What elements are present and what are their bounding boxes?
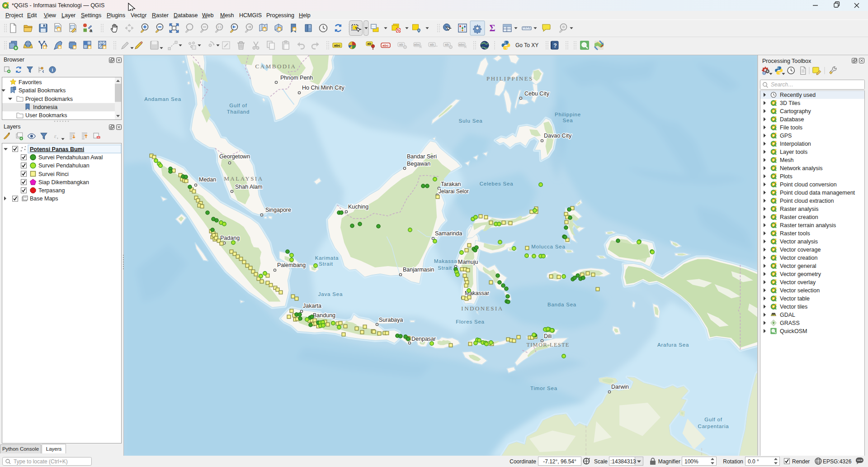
svg-text:User Bookmarks: User Bookmarks <box>25 112 67 119</box>
svg-text:ab: ab <box>445 43 449 47</box>
svg-text:a: a <box>90 28 93 33</box>
svg-text:Bandar Seri: Bandar Seri <box>407 153 437 160</box>
svg-text:Σ: Σ <box>489 23 495 33</box>
svg-text:Network analysis: Network analysis <box>780 165 822 172</box>
svg-text:Point cloud data management: Point cloud data management <box>780 190 855 196</box>
svg-text:Vector coverage: Vector coverage <box>780 247 821 253</box>
svg-text:Vector geometry: Vector geometry <box>780 271 821 277</box>
svg-text:Vector table: Vector table <box>780 295 810 302</box>
svg-text:GDAL: GDAL <box>771 314 776 316</box>
svg-text:Recently used: Recently used <box>780 92 816 98</box>
svg-text:GPS: GPS <box>780 133 792 139</box>
svg-text:3D Tiles: 3D Tiles <box>780 100 800 106</box>
svg-text:Ho Chi Minh City: Ho Chi Minh City <box>302 85 345 91</box>
svg-text:Begawan: Begawan <box>407 161 430 167</box>
svg-text:Padang: Padang <box>220 235 240 241</box>
svg-text:Processing Toolbox: Processing Toolbox <box>762 58 811 64</box>
svg-text:Davao City: Davao City <box>544 133 572 139</box>
svg-text:Celebes Sea: Celebes Sea <box>480 181 514 186</box>
svg-text:Browser: Browser <box>4 57 24 63</box>
svg-text:Point cloud extraction: Point cloud extraction <box>780 198 834 204</box>
svg-text:GDAL: GDAL <box>780 312 795 318</box>
svg-text:0.0 °: 0.0 ° <box>748 458 759 465</box>
svg-text:File tools: File tools <box>780 124 802 131</box>
svg-text:Plots: Plots <box>780 173 793 180</box>
svg-text:Scale: Scale <box>594 458 608 465</box>
svg-text:Denpasar: Denpasar <box>411 336 436 342</box>
svg-text:Andaman Sea: Andaman Sea <box>144 96 181 102</box>
svg-text:Molucca Sea: Molucca Sea <box>531 244 565 249</box>
svg-text:Raster creation: Raster creation <box>780 214 818 220</box>
svg-text:Base Maps: Base Maps <box>30 195 58 202</box>
svg-text:Palembang: Palembang <box>277 262 306 268</box>
svg-text:Interpolation: Interpolation <box>780 141 811 147</box>
svg-text:INDONESIA: INDONESIA <box>461 305 503 312</box>
svg-text:Strait: Strait <box>438 265 452 271</box>
svg-text:Indonesia: Indonesia <box>33 104 57 110</box>
svg-text:?: ? <box>553 43 557 49</box>
svg-text:Singapore: Singapore <box>265 207 291 213</box>
svg-text:-7.12°, 96.54°: -7.12°, 96.54° <box>543 458 576 465</box>
svg-text:Raster analysis: Raster analysis <box>780 206 818 212</box>
svg-text:Karimata: Karimata <box>315 255 339 261</box>
svg-text:ab: ab <box>368 42 372 46</box>
svg-text::14384313: :14384313 <box>610 458 636 465</box>
svg-text:Carpentaria: Carpentaria <box>698 424 729 429</box>
svg-text:Tarakan: Tarakan <box>441 181 461 187</box>
svg-text:Vector tiles: Vector tiles <box>780 304 807 310</box>
svg-text:Siap Dikembangkan: Siap Dikembangkan <box>38 179 89 186</box>
svg-text:Cartography: Cartography <box>780 108 811 114</box>
svg-text:Shah Alam: Shah Alam <box>235 184 262 190</box>
svg-text:Coordinate: Coordinate <box>509 458 536 465</box>
svg-text:ab: ab <box>430 43 434 47</box>
svg-text:Phnom Penh: Phnom Penh <box>280 75 313 81</box>
svg-text:Java Sea: Java Sea <box>318 291 343 297</box>
svg-text:Magnifier: Magnifier <box>658 458 680 465</box>
svg-text:Surabaya: Surabaya <box>379 317 403 323</box>
svg-text:Vector creation: Vector creation <box>780 255 817 261</box>
svg-text:Sea: Sea <box>563 118 573 123</box>
svg-text:Survei Pendahuluan: Survei Pendahuluan <box>38 162 90 169</box>
svg-text:CAMBODIA: CAMBODIA <box>255 63 297 70</box>
svg-text:Render: Render <box>792 458 810 465</box>
svg-text:Survei Rinci: Survei Rinci <box>38 171 69 177</box>
svg-text:GRASS: GRASS <box>780 320 800 326</box>
svg-text:Darwin: Darwin <box>611 384 629 390</box>
svg-text:Layer tools: Layer tools <box>780 149 807 155</box>
svg-text:Favorites: Favorites <box>19 79 42 86</box>
svg-text:Timor Sea: Timor Sea <box>530 386 557 391</box>
svg-text:Kuching: Kuching <box>348 204 368 210</box>
svg-text:Vector analysis: Vector analysis <box>780 238 818 245</box>
svg-text:Makassar: Makassar <box>434 258 459 264</box>
svg-text:Arafura Sea: Arafura Sea <box>657 342 689 348</box>
svg-text:Jakarta: Jakarta <box>303 303 321 309</box>
svg-text:Type to locate (Ctrl+K): Type to locate (Ctrl+K) <box>14 458 68 465</box>
svg-text:Go To XY: Go To XY <box>515 42 538 48</box>
svg-text:Vector selection: Vector selection <box>780 287 820 294</box>
svg-text:PHILIPPINES: PHILIPPINES <box>486 75 533 82</box>
svg-text:Medan: Medan <box>199 176 216 183</box>
svg-text:Search…: Search… <box>771 81 793 88</box>
svg-text:abc: abc <box>382 43 389 48</box>
svg-text:i: i <box>52 67 53 72</box>
svg-text:Sulu Sea: Sulu Sea <box>458 118 482 124</box>
svg-text:Strait: Strait <box>319 261 333 267</box>
svg-text:Banda Sea: Banda Sea <box>547 302 576 307</box>
svg-text:ε: ε <box>54 133 57 139</box>
svg-text:QuickOSM: QuickOSM <box>780 328 807 334</box>
svg-text:*QGIS - Informasi Teknologi —: *QGIS - Informasi Teknologi — QGIS <box>12 2 104 9</box>
svg-text:Jelarai Selor: Jelarai Selor <box>439 188 469 195</box>
svg-text:Survei Pendahuluan Awal: Survei Pendahuluan Awal <box>38 154 103 161</box>
svg-text:Thailand: Thailand <box>227 109 250 114</box>
svg-text:Flores Sea: Flores Sea <box>456 319 485 324</box>
svg-text:Project Bookmarks: Project Bookmarks <box>25 96 73 102</box>
svg-text:Potensi Panas Bumi: Potensi Panas Bumi <box>30 146 84 152</box>
svg-text:EPSG:4326: EPSG:4326 <box>823 458 852 465</box>
svg-text:MALAYSIA: MALAYSIA <box>224 175 263 182</box>
svg-text:1:1: 1:1 <box>217 25 222 29</box>
svg-text:Samarinda: Samarinda <box>435 230 462 237</box>
svg-text:Point cloud conversion: Point cloud conversion <box>780 181 837 188</box>
svg-text:Rotation: Rotation <box>723 458 743 465</box>
svg-text:Raster terrain analysis: Raster terrain analysis <box>780 222 836 229</box>
svg-text:Mamuju: Mamuju <box>458 259 478 265</box>
